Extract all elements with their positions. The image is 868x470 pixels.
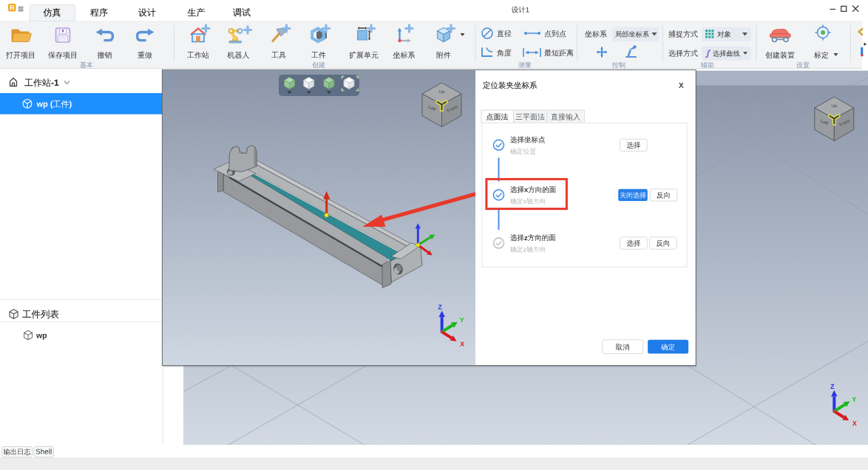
svg-text:Up: Up	[831, 103, 837, 108]
svg-text:Up: Up	[439, 89, 445, 94]
